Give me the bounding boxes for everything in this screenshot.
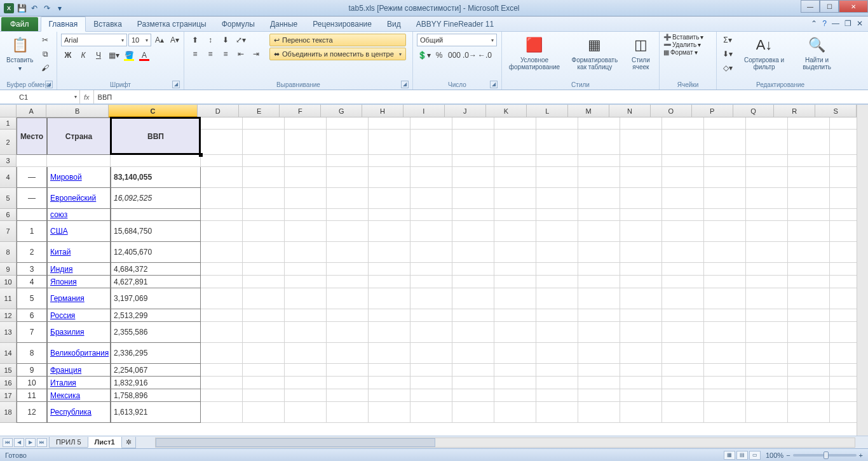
row-header-11[interactable]: 11 [0,288,17,309]
cell-A8[interactable]: 2 [17,242,47,263]
cell-A4[interactable]: — [17,167,47,188]
column-header-G[interactable]: G [321,105,362,117]
cell-B18[interactable]: Республика [47,402,111,423]
zoom-slider[interactable] [793,454,857,457]
cell-C16[interactable]: 1,832,916 [111,377,201,389]
cell-B15[interactable]: Франция [47,364,111,377]
column-header-C[interactable]: C [109,105,197,117]
cell-B13[interactable]: Бразилия [47,322,111,343]
row-header-4[interactable]: 4 [0,167,17,188]
column-header-J[interactable]: J [445,105,486,117]
cell-A17[interactable]: 11 [17,389,47,402]
tab-page-layout[interactable]: Разметка страницы [130,17,214,31]
cell-B17[interactable]: Мексика [47,389,111,402]
tab-abbyy[interactable]: ABBYY FineReader 11 [409,17,502,31]
select-all-button[interactable] [0,105,17,117]
maximize-button[interactable]: ☐ [820,0,839,13]
zoom-out-icon[interactable]: − [786,451,790,459]
row-header-16[interactable]: 16 [0,377,17,389]
format-cells-button[interactable]: ▦Формат ▾ [663,49,703,56]
cell-B11[interactable]: Германия [47,288,111,309]
cell-C5[interactable]: 16,092,525 [111,188,201,209]
cell-C12[interactable]: 2,513,299 [111,309,201,322]
cut-icon[interactable]: ✂ [38,34,52,46]
cell-C7[interactable]: 15,684,750 [111,221,201,242]
row-header-18[interactable]: 18 [0,402,17,423]
help-icon[interactable]: ? [822,19,827,28]
row-header-5[interactable]: 5 [0,188,17,209]
row-header-15[interactable]: 15 [0,364,17,377]
tab-data[interactable]: Данные [262,17,305,31]
increase-font-icon[interactable]: A▴ [153,34,166,46]
fill-handle[interactable] [199,153,203,157]
font-name-select[interactable]: Arial▾ [61,34,127,46]
percent-icon[interactable]: % [432,49,446,62]
align-top-icon[interactable]: ⬆ [188,34,202,46]
column-header-M[interactable]: M [568,105,609,117]
horizontal-scrollbar[interactable] [155,438,855,448]
cell-B10[interactable]: Япония [47,276,111,288]
underline-button[interactable]: Ч [92,49,105,62]
cell-C18[interactable]: 1,613,921 [111,402,201,423]
cell-C15[interactable]: 2,254,067 [111,364,201,377]
fx-icon[interactable]: fx [84,93,90,101]
cell-C8[interactable]: 12,405,670 [111,242,201,263]
row-header-7[interactable]: 7 [0,221,17,242]
minimize-button[interactable]: — [801,0,820,13]
clear-icon[interactable]: ◇▾ [721,62,735,74]
vertical-scrollbar[interactable] [857,105,868,436]
clipboard-dialog-icon[interactable]: ◢ [45,81,53,88]
cell-A14[interactable]: 8 [17,343,47,364]
page-layout-view-icon[interactable]: ▤ [736,451,748,460]
row-header-17[interactable]: 17 [0,389,17,402]
column-header-E[interactable]: E [239,105,280,117]
cell-A11[interactable]: 5 [17,288,47,309]
hscroll-thumb[interactable] [156,438,435,447]
column-header-I[interactable]: I [403,105,445,117]
cell-C10[interactable]: 4,627,891 [111,276,201,288]
column-header-O[interactable]: O [651,105,692,117]
row-header-14[interactable]: 14 [0,343,17,364]
row-header-12[interactable]: 12 [0,309,17,322]
align-right-icon[interactable]: ≡ [219,48,233,60]
fill-icon[interactable]: ⬇▾ [721,48,735,60]
font-dialog-icon[interactable]: ◢ [172,81,180,88]
align-left-icon[interactable]: ≡ [188,48,202,60]
cell-C4[interactable]: 83,140,055 [111,167,201,188]
column-header-A[interactable]: A [17,105,46,117]
cell-C13[interactable]: 2,355,586 [111,322,201,343]
cell-B12[interactable]: Россия [47,309,111,322]
align-center-icon[interactable]: ≡ [203,48,217,60]
row-header-2[interactable]: 2 [0,130,17,155]
row-header-8[interactable]: 8 [0,242,17,263]
workbook-close-icon[interactable]: ✕ [857,19,863,28]
ribbon-minimize-icon[interactable]: ⌃ [811,19,817,28]
font-size-select[interactable]: 10▾ [128,34,151,46]
cell-A12[interactable]: 6 [17,309,47,322]
cell-B16[interactable]: Италия [47,377,111,389]
format-painter-icon[interactable]: 🖌 [38,62,52,74]
paste-button[interactable]: 📋 Вставить ▾ [4,34,36,73]
row-header-9[interactable]: 9 [0,263,17,276]
tab-formulas[interactable]: Формулы [214,17,262,31]
italic-button[interactable]: К [76,49,90,62]
orientation-icon[interactable]: ⤢▾ [234,34,248,46]
autosum-icon[interactable]: Σ▾ [721,34,735,46]
cells-area[interactable]: МестоСтранаВВП—Мировой83,140,055—Европей… [17,117,857,436]
increase-indent-icon[interactable]: ⇥ [249,48,263,60]
comma-icon[interactable]: 000 [447,49,461,62]
workbook-restore-icon[interactable]: ❐ [844,19,851,28]
tab-view[interactable]: Вид [379,17,409,31]
row-header-6[interactable]: 6 [0,209,17,221]
alignment-dialog-icon[interactable]: ◢ [401,81,409,88]
normal-view-icon[interactable]: ▦ [724,451,735,460]
cell-A6[interactable] [17,209,47,221]
decrease-indent-icon[interactable]: ⇤ [234,48,248,60]
cell-A18[interactable]: 12 [17,402,47,423]
delete-cells-button[interactable]: ➖Удалить ▾ [663,41,703,48]
font-color-button[interactable]: A [137,49,151,62]
cell-C14[interactable]: 2,336,295 [111,343,201,364]
decrease-font-icon[interactable]: A▾ [168,34,182,46]
name-box[interactable]: C1▾ [17,90,80,104]
insert-cells-button[interactable]: ➕Вставить ▾ [663,34,703,41]
